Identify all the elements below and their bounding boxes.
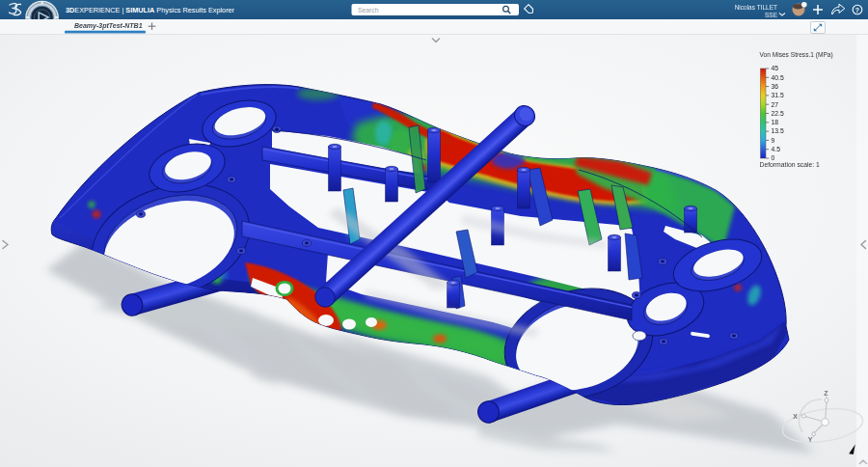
svg-text:22.5: 22.5 [772, 110, 784, 117]
svg-text:?: ? [855, 7, 859, 14]
svg-text:4.5: 4.5 [772, 146, 781, 152]
svg-text:13.5: 13.5 [772, 127, 784, 134]
svg-text:45: 45 [772, 65, 779, 71]
svg-text:27: 27 [772, 101, 779, 108]
svg-text:Z: Z [824, 390, 828, 397]
svg-text:Von Mises Stress.1 (MPa): Von Mises Stress.1 (MPa) [760, 51, 833, 59]
svg-text:9: 9 [772, 137, 775, 144]
svg-text:40.5: 40.5 [772, 74, 784, 81]
svg-text:Deformation scale: 1: Deformation scale: 1 [760, 161, 821, 168]
svg-text:Search: Search [358, 7, 379, 14]
svg-text:31.5: 31.5 [772, 92, 784, 98]
svg-text:Y: Y [808, 436, 813, 443]
svg-text:X: X [793, 413, 798, 420]
svg-text:Beamy-3ptTest-NTB1: Beamy-3ptTest-NTB1 [74, 22, 143, 30]
svg-text:SSE: SSE [765, 12, 778, 18]
svg-text:3DEXPERIENCE | SIMULIA Physics: 3DEXPERIENCE | SIMULIA Physics Results E… [66, 6, 235, 14]
svg-text:18: 18 [772, 119, 779, 125]
svg-text:Nicolas TILLET: Nicolas TILLET [735, 4, 777, 11]
svg-text:36: 36 [772, 83, 779, 90]
